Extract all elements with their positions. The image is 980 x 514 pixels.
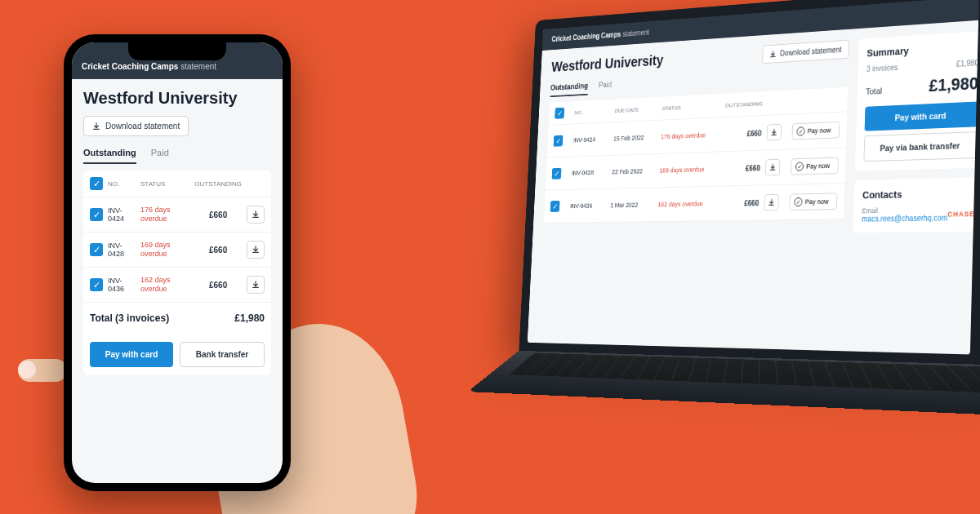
check-circle-icon: ✓ (795, 162, 804, 171)
row-checkbox[interactable]: ✓ (550, 201, 560, 212)
invoice-status: 176 days overdue (140, 206, 178, 224)
download-icon (768, 199, 774, 206)
download-statement-button[interactable]: Download statement (762, 40, 849, 64)
row-checkbox[interactable]: ✓ (90, 243, 103, 256)
download-icon (252, 246, 260, 254)
invoice-no: INV- 0428 (108, 241, 136, 258)
invoice-amount: £660 (723, 129, 762, 139)
pay-now-button[interactable]: ✓Pay now (791, 122, 840, 140)
pay-with-card-button[interactable]: Pay with card (90, 342, 173, 367)
org-name: Cricket Coaching Camps (551, 30, 621, 42)
row-checkbox[interactable]: ✓ (90, 278, 103, 291)
total-amount: £1,980 (929, 73, 978, 96)
summary-count: 3 invoices (866, 63, 898, 73)
bank-transfer-button[interactable]: Pay via bank transfer (863, 131, 977, 162)
brand-badge: CHASER (947, 210, 979, 218)
invoice-status: 176 days overdue (661, 131, 718, 141)
invoice-no: INV-0428 (572, 169, 608, 177)
table-row: ✓ INV-0436 1 Mar 2022 162 days overdue £… (544, 184, 845, 224)
pay-now-button[interactable]: ✓Pay now (791, 157, 839, 175)
row-checkbox[interactable]: ✓ (90, 208, 103, 221)
row-download-button[interactable] (765, 159, 781, 176)
check-circle-icon: ✓ (794, 197, 802, 206)
phone-frame: Cricket Coaching Camps statement Westfor… (64, 34, 291, 491)
total-amount: £1,980 (234, 312, 265, 324)
download-icon (252, 210, 260, 219)
total-row: Total (3 invoices) £1,980 (83, 303, 271, 334)
table-row: ✓ INV- 0424 176 days overdue £660 (83, 197, 271, 233)
row-checkbox[interactable]: ✓ (554, 135, 564, 147)
row-download-button[interactable] (247, 276, 265, 294)
row-checkbox[interactable]: ✓ (552, 168, 562, 179)
invoice-amount: £660 (209, 246, 242, 255)
invoice-status: 162 days overdue (657, 200, 715, 208)
table-row: ✓ INV- 0428 169 days overdue £660 (83, 233, 271, 268)
tab-paid[interactable]: Paid (598, 80, 612, 95)
invoice-status: 169 days overdue (659, 166, 716, 175)
tab-paid[interactable]: Paid (151, 148, 169, 164)
select-all-checkbox[interactable]: ✓ (90, 177, 103, 190)
contacts-card: Contacts Email macs.rees@chaserhq.com CH… (853, 177, 978, 233)
download-icon (769, 163, 776, 171)
invoice-no: INV- 0436 (108, 277, 136, 293)
table-header: ✓ NO. STATUS OUTSTANDING (83, 171, 271, 197)
download-icon (252, 281, 260, 289)
pay-now-button[interactable]: ✓Pay now (789, 193, 837, 210)
invoice-no: INV-0436 (570, 202, 606, 209)
total-label: Total (3 invoices) (90, 312, 169, 324)
invoice-amount: £660 (209, 281, 242, 290)
row-download-button[interactable] (764, 194, 779, 211)
col-no: NO. (108, 180, 136, 188)
summary-card: Summary 3 invoices £1,980 Total £1,980 P… (855, 30, 979, 171)
pay-with-card-button[interactable]: Pay with card (865, 101, 978, 131)
contact-email[interactable]: macs.rees@chaserhq.com (862, 214, 947, 224)
tabs: Outstanding Paid (83, 148, 271, 164)
col-status: STATUS (662, 102, 719, 111)
customer-title: Westford University (551, 52, 664, 75)
laptop-frame: Cricket Coaching Camps statement Westfor… (511, 0, 980, 514)
download-label: Download statement (780, 46, 842, 58)
invoice-due: 1 Mar 2022 (610, 201, 653, 209)
contacts-title: Contacts (862, 187, 976, 201)
download-icon (769, 50, 776, 58)
org-name: Cricket Coaching Camps (82, 62, 178, 71)
customer-title: Westford University (83, 89, 271, 108)
tab-outstanding[interactable]: Outstanding (83, 148, 136, 164)
col-status: STATUS (140, 180, 178, 188)
table-row: ✓ INV- 0436 162 days overdue £660 (83, 268, 271, 303)
phone-notch (128, 42, 226, 60)
header-suffix: statement (180, 62, 216, 71)
download-statement-button[interactable]: Download statement (83, 116, 189, 136)
phone-screen: Cricket Coaching Camps statement Westfor… (72, 42, 283, 483)
header-suffix: statement (622, 29, 649, 38)
tab-outstanding[interactable]: Outstanding (550, 82, 589, 98)
download-label: Download statement (105, 122, 180, 131)
invoice-amount: £660 (719, 198, 759, 207)
invoice-status: 162 days overdue (140, 276, 178, 294)
total-label: Total (866, 86, 882, 96)
invoice-due: 22 Feb 2022 (612, 167, 654, 175)
select-all-checkbox[interactable]: ✓ (555, 108, 564, 119)
download-icon (771, 129, 777, 136)
invoice-amount: £660 (209, 210, 242, 219)
bank-transfer-button[interactable]: Bank transfer (180, 342, 265, 367)
col-due: DUE DATE (615, 105, 657, 113)
check-circle-icon: ✓ (796, 126, 804, 135)
invoice-due: 15 Feb 2022 (613, 134, 656, 143)
row-download-button[interactable] (767, 124, 782, 141)
col-no: NO. (574, 108, 610, 116)
summary-title: Summary (866, 41, 979, 60)
summary-subtotal: £1,980 (956, 59, 979, 69)
download-icon (92, 122, 100, 131)
invoice-no: INV-0424 (573, 135, 609, 144)
col-outstanding: OUTSTANDING (194, 180, 242, 188)
col-outstanding: OUTSTANDING (724, 100, 763, 109)
laptop-screen: Cricket Coaching Camps statement Westfor… (519, 0, 980, 366)
invoice-amount: £660 (721, 164, 760, 173)
invoice-no: INV- 0424 (108, 206, 136, 223)
row-download-button[interactable] (247, 206, 265, 224)
invoice-status: 169 days overdue (140, 241, 178, 259)
row-download-button[interactable] (247, 241, 265, 259)
